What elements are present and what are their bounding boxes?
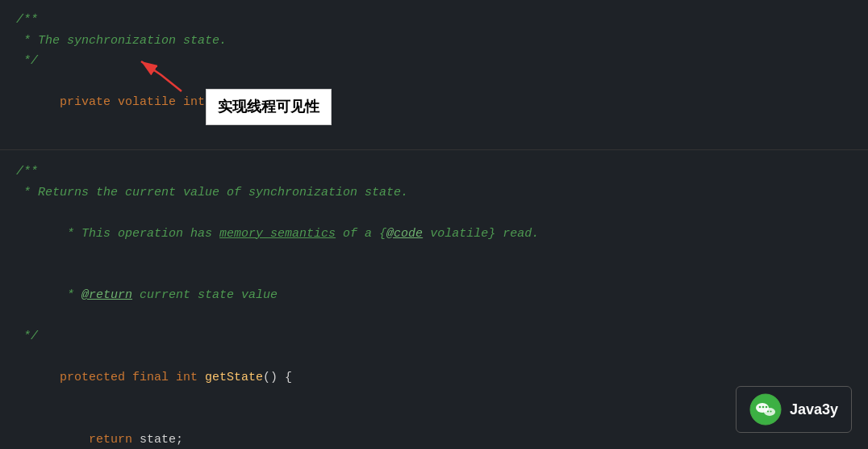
svg-point-8 <box>770 410 771 412</box>
svg-point-4 <box>759 406 762 409</box>
keyword-return: return <box>89 433 140 447</box>
indent <box>60 433 89 447</box>
comment: * This operation has <box>60 227 219 241</box>
wechat-badge: Java3y <box>736 386 852 433</box>
svg-point-3 <box>764 408 775 416</box>
comment: * <box>60 288 81 302</box>
comment: current state value <box>132 288 278 302</box>
wechat-label: Java3y <box>790 401 838 418</box>
memory-semantics-link-1: memory semantics <box>219 227 336 241</box>
code-line: /** <box>16 10 852 31</box>
keyword-final: final <box>132 371 176 384</box>
code-line: * @return current state value <box>16 265 852 327</box>
method-getstate: getState <box>205 371 263 384</box>
comment: volatile} read. <box>423 227 539 241</box>
return-tag: @return <box>81 288 132 302</box>
code-line: /** <box>16 162 852 183</box>
code-line: * Returns the current value of synchroni… <box>16 183 852 204</box>
code-container: /** * The synchronization state. */ priv… <box>0 0 868 449</box>
code-line: protected final int getState() { <box>16 347 852 409</box>
code-line: * The synchronization state. <box>16 31 852 52</box>
annotation-box: 实现线程可见性 <box>206 89 332 125</box>
keyword-private: private <box>60 95 118 109</box>
svg-point-7 <box>767 410 769 412</box>
code-line: */ <box>16 326 852 347</box>
keyword-protected: protected <box>60 371 132 384</box>
annotation-text: 实现线程可见性 <box>218 99 319 115</box>
code-line: * This operation has memory semantics of… <box>16 203 852 265</box>
keyword-int: int <box>176 371 205 384</box>
wechat-icon <box>749 393 782 426</box>
identifier-state: state; <box>140 433 183 447</box>
paren: () { <box>263 371 292 384</box>
keyword-volatile: volatile <box>118 95 183 109</box>
red-arrow-icon <box>117 55 214 95</box>
comment: of a { <box>336 227 386 241</box>
code-line: return state; <box>16 409 852 449</box>
svg-point-6 <box>766 406 768 409</box>
svg-point-5 <box>762 406 765 409</box>
code-block-1: /** * The synchronization state. */ priv… <box>0 0 868 150</box>
code-tag: @code <box>386 227 423 241</box>
